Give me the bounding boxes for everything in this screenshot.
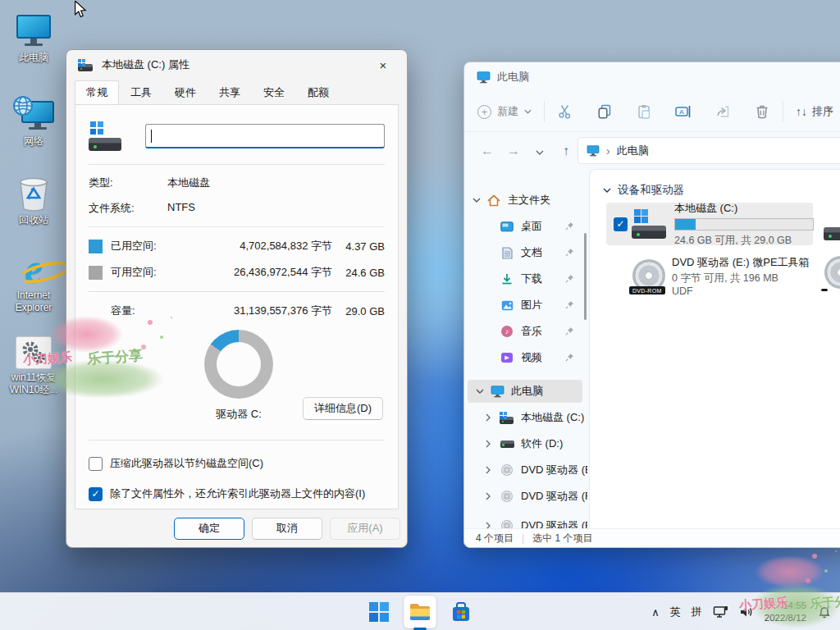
tab-hardware[interactable]: 硬件 bbox=[163, 80, 208, 106]
delete-icon[interactable] bbox=[754, 103, 770, 120]
notification-bell-icon[interactable]: z bbox=[817, 605, 832, 619]
apply-button[interactable]: 应用(A) bbox=[330, 518, 400, 540]
recent-locations-icon[interactable] bbox=[527, 144, 553, 158]
item-checkbox[interactable]: ✓ bbox=[614, 217, 628, 231]
sidebar-item-pictures[interactable]: 图片 bbox=[464, 294, 587, 317]
explorer-titlebar[interactable]: 此电脑 bbox=[464, 62, 840, 92]
back-icon[interactable]: ← bbox=[474, 144, 500, 158]
pin-icon bbox=[565, 221, 574, 233]
explorer-toolbar: + 新建 A bbox=[464, 92, 840, 132]
chevron-right-icon[interactable] bbox=[486, 466, 495, 474]
sidebar-item-dvd-f[interactable]: DVD 驱动器 (F bbox=[464, 485, 587, 508]
drive-item-c[interactable]: ✓ 本地磁盘 (C:) 24.6 GB 可用, 共 29.0 GB bbox=[606, 203, 813, 245]
tab-general[interactable]: 常规 bbox=[75, 80, 119, 106]
pin-icon bbox=[565, 299, 574, 312]
downloads-icon bbox=[500, 273, 514, 285]
ok-button[interactable]: 确定 bbox=[174, 518, 244, 540]
divider bbox=[89, 226, 385, 227]
compress-checkbox[interactable] bbox=[89, 457, 103, 471]
taskbar: ∧ 英 拼 14:55 2022/8/12 z bbox=[0, 592, 840, 630]
copy-icon[interactable] bbox=[596, 103, 613, 120]
tab-quota[interactable]: 配额 bbox=[296, 80, 340, 106]
ime-language-pinyin[interactable]: 拼 bbox=[692, 605, 702, 619]
network-icon[interactable] bbox=[713, 605, 728, 619]
drive-usage-bar bbox=[674, 218, 814, 231]
divider bbox=[89, 164, 385, 165]
dialog-title: 本地磁盘 (C:) 属性 bbox=[102, 57, 371, 72]
taskbar-microsoft-store[interactable] bbox=[445, 596, 477, 628]
sidebar-item-documents[interactable]: 文档 bbox=[464, 241, 587, 264]
group-header-devices[interactable]: 设备和驱动器 bbox=[603, 183, 684, 198]
network-icon bbox=[2, 92, 66, 133]
new-button[interactable]: + 新建 bbox=[477, 104, 532, 119]
sidebar-item-desktop[interactable]: 桌面 bbox=[464, 215, 587, 238]
pictures-icon bbox=[500, 300, 514, 311]
taskbar-clock[interactable]: 14:55 2022/8/12 bbox=[765, 600, 806, 624]
share-icon[interactable] bbox=[714, 103, 731, 120]
sidebar-item-music[interactable]: ♪ 音乐 bbox=[464, 320, 587, 343]
cut-icon[interactable] bbox=[557, 103, 573, 120]
tab-tools[interactable]: 工具 bbox=[119, 80, 163, 106]
tab-sharing[interactable]: 共享 bbox=[208, 80, 252, 106]
desktop-icon-this-pc[interactable]: 此电脑 bbox=[2, 8, 66, 64]
sidebar-scrollbar[interactable] bbox=[584, 233, 587, 320]
index-checkbox-row[interactable]: ✓ 除了文件属性外，还允许索引此驱动器上文件的内容(I) bbox=[89, 486, 385, 501]
sidebar-item-local-disk-c[interactable]: 本地磁盘 (C:) bbox=[464, 406, 587, 429]
index-checkbox[interactable]: ✓ bbox=[89, 487, 103, 501]
sidebar-item-this-pc[interactable]: 此电脑 bbox=[468, 380, 582, 403]
up-icon[interactable]: ↑ bbox=[553, 144, 579, 158]
drive-icon bbox=[500, 441, 514, 448]
close-icon[interactable]: × bbox=[371, 58, 395, 72]
dvd-icon: DVD-ROM bbox=[632, 259, 665, 292]
chevron-right-icon[interactable] bbox=[486, 492, 495, 500]
hidden-icons-chevron[interactable]: ∧ bbox=[651, 606, 660, 619]
music-icon: ♪ bbox=[500, 326, 514, 337]
taskbar-file-explorer[interactable] bbox=[404, 596, 436, 628]
desktop-icon-recycle-bin[interactable]: 回收站 bbox=[2, 171, 66, 226]
filesystem-value: NTFS bbox=[167, 201, 195, 216]
chevron-right-icon[interactable] bbox=[486, 413, 495, 422]
volume-icon[interactable] bbox=[739, 605, 754, 619]
desktop-icon-network[interactable]: 网络 bbox=[2, 92, 66, 148]
ime-language-en[interactable]: 英 bbox=[670, 605, 681, 619]
toolbar-divider bbox=[783, 101, 783, 122]
desktop-icon-internet-explorer[interactable]: e Internet Explorer bbox=[2, 236, 66, 314]
dialog-titlebar[interactable]: 本地磁盘 (C:) 属性 × bbox=[66, 50, 407, 80]
dvd-icon bbox=[500, 491, 514, 502]
tab-security[interactable]: 安全 bbox=[252, 80, 296, 106]
drive-icon bbox=[89, 121, 123, 151]
explorer-window: 此电脑 + 新建 A bbox=[463, 62, 840, 548]
sort-button[interactable]: ↑↓ 排序 bbox=[796, 104, 833, 119]
file-explorer-icon bbox=[409, 602, 431, 622]
chevron-down-icon bbox=[472, 198, 482, 203]
capacity-chart-area: 驱动器 C: 详细信息(D) bbox=[89, 330, 385, 431]
partial-dvd-icon[interactable] bbox=[824, 256, 840, 289]
home-icon bbox=[486, 194, 501, 207]
address-bar[interactable]: › 此电脑 bbox=[578, 137, 840, 164]
divider bbox=[89, 291, 385, 292]
sidebar-item-downloads[interactable]: 下载 bbox=[464, 267, 587, 290]
desktop-icon-win11-restore[interactable]: win11恢复 WIN10经... bbox=[2, 328, 66, 396]
free-space-row: 可用空间: 26,436,972,544 字节 24.6 GB bbox=[89, 265, 385, 280]
sidebar-item-home[interactable]: 主文件夹 bbox=[464, 189, 587, 212]
this-pc-icon bbox=[2, 8, 66, 49]
details-button[interactable]: 详细信息(D) bbox=[303, 397, 383, 420]
drive-item-dvd-e[interactable]: DVD-ROM DVD 驱动器 (E:) 微PE工具箱 0 字节 可用, 共 1… bbox=[606, 252, 813, 299]
volume-label-input[interactable] bbox=[145, 124, 385, 148]
cancel-button[interactable]: 取消 bbox=[252, 518, 322, 540]
compress-checkbox-row[interactable]: 压缩此驱动器以节约磁盘空间(C) bbox=[89, 456, 385, 471]
breadcrumb[interactable]: 此电脑 bbox=[617, 144, 649, 158]
svg-text:A: A bbox=[679, 108, 684, 116]
forward-icon[interactable]: → bbox=[500, 144, 527, 158]
mouse-cursor bbox=[72, 1, 89, 22]
pin-icon bbox=[565, 352, 574, 364]
chevron-right-icon[interactable] bbox=[486, 440, 495, 448]
plus-icon: + bbox=[477, 105, 491, 119]
paste-icon[interactable] bbox=[636, 103, 652, 120]
sidebar-item-dvd-e[interactable]: DVD 驱动器 (E bbox=[464, 459, 587, 482]
partial-drive-icon[interactable] bbox=[824, 209, 840, 242]
sidebar-item-drive-d[interactable]: 软件 (D:) bbox=[464, 432, 587, 455]
start-button[interactable] bbox=[363, 596, 395, 628]
rename-icon[interactable]: A bbox=[675, 103, 692, 120]
sidebar-item-videos[interactable]: ▶ 视频 bbox=[464, 346, 587, 369]
